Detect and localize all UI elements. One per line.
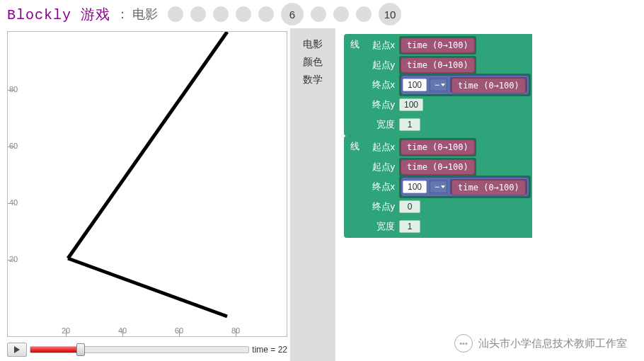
level-dot[interactable] bbox=[311, 6, 326, 22]
svg-line-1 bbox=[68, 258, 227, 316]
slider-thumb[interactable] bbox=[76, 343, 85, 356]
play-icon bbox=[13, 346, 21, 353]
field-label: 终点x bbox=[365, 79, 396, 91]
field-label: 宽度 bbox=[365, 220, 396, 233]
toolbox-item-color[interactable]: 颜色 bbox=[293, 53, 333, 71]
op-dropdown[interactable]: − bbox=[430, 180, 447, 193]
svg-line-0 bbox=[68, 32, 227, 258]
field-label: 宽度 bbox=[365, 118, 396, 131]
time-block[interactable]: time (0→100) bbox=[401, 57, 475, 73]
math-block[interactable]: 100−time (0→100) bbox=[401, 75, 529, 95]
level-current[interactable]: 6 bbox=[281, 3, 304, 25]
watermark: ••• 汕头市小学信息技术教师工作室 bbox=[454, 334, 627, 353]
main: 80 60 40 20 20 40 60 80 bbox=[0, 28, 644, 361]
line-block[interactable]: 线 起点xtime (0→100) 起点ytime (0→100) 终点x100… bbox=[344, 136, 644, 238]
playbar: time = 22 bbox=[7, 341, 287, 358]
time-block[interactable]: time (0→100) bbox=[401, 159, 475, 175]
field-label: 起点x bbox=[365, 141, 396, 154]
math-slot[interactable]: time (0→100) bbox=[450, 179, 527, 195]
app-name: Blockly 游戏 bbox=[7, 5, 110, 24]
op-dropdown[interactable]: − bbox=[430, 79, 447, 91]
level-dot[interactable] bbox=[258, 6, 274, 22]
draw-lines bbox=[8, 32, 287, 336]
math-block[interactable]: 100−time (0→100) bbox=[401, 177, 529, 197]
input-slot[interactable]: 100−time (0→100) bbox=[399, 176, 531, 198]
number-input[interactable]: 0 bbox=[399, 200, 420, 213]
math-slot[interactable]: time (0→100) bbox=[450, 77, 527, 93]
number-input[interactable]: 100 bbox=[403, 180, 427, 193]
block-body: 起点xtime (0→100) 起点ytime (0→100) 终点x100−t… bbox=[365, 34, 532, 136]
input-slot[interactable]: 100−time (0→100) bbox=[399, 74, 531, 96]
number-input[interactable]: 1 bbox=[399, 220, 420, 233]
level-dot[interactable] bbox=[190, 6, 206, 22]
header: Blockly 游戏 ： 电影 6 10 bbox=[0, 0, 644, 28]
line-block[interactable]: 线 起点xtime (0→100) 起点ytime (0→100) 终点x100… bbox=[344, 34, 644, 136]
level-dot[interactable] bbox=[333, 6, 349, 22]
block-title: 线 bbox=[344, 136, 365, 238]
canvas: 80 60 40 20 20 40 60 80 bbox=[7, 31, 287, 337]
time-block[interactable]: time (0→100) bbox=[401, 38, 475, 53]
play-button[interactable] bbox=[7, 343, 27, 357]
time-block[interactable]: time (0→100) bbox=[401, 139, 475, 155]
level-last[interactable]: 10 bbox=[379, 3, 401, 25]
input-slot[interactable]: time (0→100) bbox=[399, 56, 476, 74]
level-dot[interactable] bbox=[213, 6, 229, 22]
level-dot[interactable] bbox=[236, 6, 251, 22]
wechat-icon: ••• bbox=[454, 334, 473, 353]
number-input[interactable]: 100 bbox=[399, 98, 423, 111]
level-dots: 6 10 bbox=[168, 3, 401, 25]
time-slider[interactable] bbox=[30, 346, 249, 353]
field-label: 终点y bbox=[365, 98, 396, 111]
field-label: 起点x bbox=[365, 39, 396, 52]
number-input[interactable]: 1 bbox=[399, 118, 420, 131]
input-slot[interactable]: time (0→100) bbox=[399, 138, 476, 156]
field-label: 起点y bbox=[365, 161, 396, 173]
toolbox-item-movie[interactable]: 电影 bbox=[293, 35, 333, 53]
title-sep: ： 电影 bbox=[116, 6, 158, 23]
input-slot[interactable]: time (0→100) bbox=[399, 158, 476, 176]
block-body: 起点xtime (0→100) 起点ytime (0→100) 终点x100−t… bbox=[365, 136, 532, 238]
block-title: 线 bbox=[344, 34, 365, 136]
toolbox: 电影 颜色 数学 bbox=[290, 28, 335, 361]
input-slot[interactable]: time (0→100) bbox=[399, 36, 476, 55]
level-dot[interactable] bbox=[168, 6, 183, 22]
time-label: time = 22 bbox=[252, 345, 287, 355]
field-label: 终点x bbox=[365, 180, 396, 193]
time-block[interactable]: time (0→100) bbox=[452, 180, 526, 195]
field-label: 起点y bbox=[365, 59, 396, 71]
number-input[interactable]: 100 bbox=[403, 79, 427, 91]
slider-fill bbox=[30, 347, 79, 353]
field-label: 终点y bbox=[365, 200, 396, 213]
preview-pane: 80 60 40 20 20 40 60 80 bbox=[0, 28, 290, 361]
watermark-text: 汕头市小学信息技术教师工作室 bbox=[478, 337, 627, 350]
level-dot[interactable] bbox=[356, 6, 372, 22]
toolbox-item-math[interactable]: 数学 bbox=[293, 71, 333, 88]
time-block[interactable]: time (0→100) bbox=[452, 78, 526, 93]
workspace[interactable]: 线 起点xtime (0→100) 起点ytime (0→100) 终点x100… bbox=[335, 28, 644, 361]
